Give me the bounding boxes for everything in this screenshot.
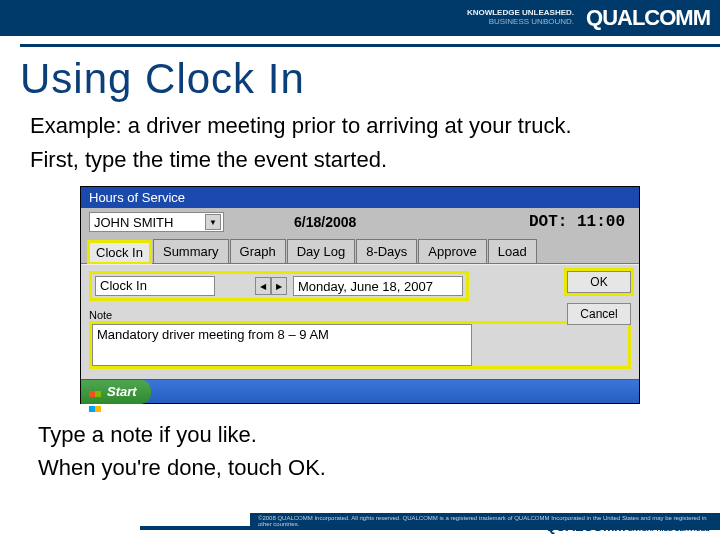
tab-clock-in[interactable]: Clock In (87, 240, 152, 265)
outro-line-2: When you're done, touch OK. (38, 451, 690, 484)
note-input[interactable]: Mandatory driver meeting from 8 – 9 AM (92, 324, 472, 366)
clock-in-panel: Clock In ◀ ▶ Monday, June 18, 2007 Note … (81, 264, 639, 379)
tagline: KNOWLEDGE UNLEASHED. BUSINESS UNBOUND. (467, 9, 574, 27)
start-label: Start (107, 384, 137, 399)
start-button[interactable]: Start (81, 380, 151, 404)
windows-icon (89, 385, 103, 399)
tagline-sub: BUSINESS UNBOUND. (489, 17, 574, 26)
next-date-button[interactable]: ▶ (271, 277, 287, 295)
prev-date-button[interactable]: ◀ (255, 277, 271, 295)
footer: ©2008 QUALCOMM Incorporated. All rights … (0, 516, 720, 540)
cancel-button[interactable]: Cancel (567, 303, 631, 325)
info-row: JOHN SMITH ▼ 6/18/2008 DOT: 11:00 (81, 208, 639, 236)
chevron-down-icon[interactable]: ▼ (205, 214, 221, 230)
tab-summary[interactable]: Summary (153, 239, 229, 263)
tab-bar: Clock In Summary Graph Day Log 8-Days Ap… (81, 236, 639, 264)
intro-line-2: First, type the time the event started. (30, 145, 690, 175)
note-highlight: Mandatory driver meeting from 8 – 9 AM (89, 321, 631, 369)
driver-dropdown[interactable]: JOHN SMITH ▼ (89, 212, 224, 232)
driver-name: JOHN SMITH (94, 215, 173, 230)
outro-line-1: Type a note if you like. (38, 418, 690, 451)
tab-8-days[interactable]: 8-Days (356, 239, 417, 263)
tab-graph[interactable]: Graph (230, 239, 286, 263)
brand-logo: QUALCOMM (586, 5, 710, 31)
tab-load[interactable]: Load (488, 239, 537, 263)
tab-approve[interactable]: Approve (418, 239, 486, 263)
slide: KNOWLEDGE UNLEASHED. BUSINESS UNBOUND. Q… (0, 0, 720, 540)
note-label: Note (89, 309, 631, 321)
header-bar: KNOWLEDGE UNLEASHED. BUSINESS UNBOUND. Q… (0, 0, 720, 36)
ok-button[interactable]: OK (567, 271, 631, 293)
footer-brand: QUALCOMM ENTERPRISE SERVICES (545, 518, 710, 534)
intro-line-1: Example: a driver meeting prior to arriv… (30, 111, 690, 141)
page-title: Using Clock In (20, 55, 720, 103)
clock-in-highlight: Clock In ◀ ▶ Monday, June 18, 2007 (89, 271, 469, 301)
divider (20, 44, 720, 47)
screenshot-mock: Hours of Service JOHN SMITH ▼ 6/18/2008 … (80, 186, 640, 404)
dot-time: DOT: 11:00 (529, 213, 625, 231)
date-header: 6/18/2008 (294, 214, 356, 230)
taskbar: Start (81, 379, 639, 403)
date-picker[interactable]: Monday, June 18, 2007 (293, 276, 463, 296)
window-title: Hours of Service (81, 187, 639, 208)
clock-in-input[interactable]: Clock In (95, 276, 215, 296)
tab-day-log[interactable]: Day Log (287, 239, 355, 263)
